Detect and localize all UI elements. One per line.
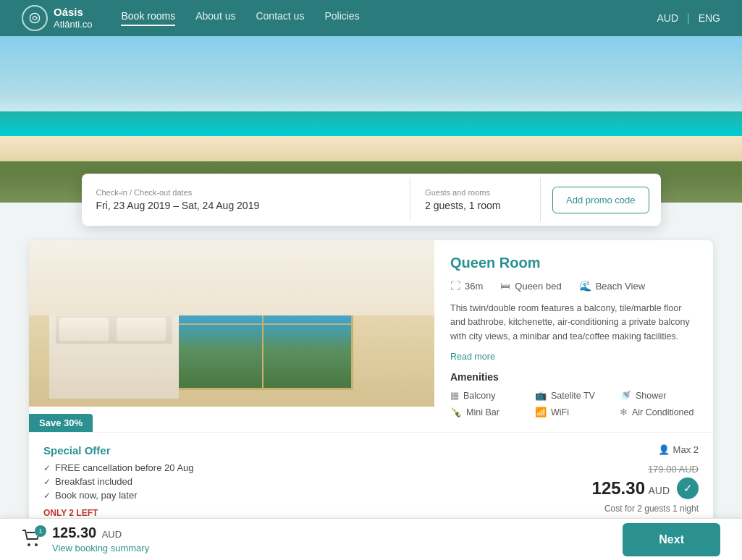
amenities-section: Amenities ▦ Balcony 📺 Satelite TV 🚿 Sh [450,371,697,417]
checkin-field[interactable]: Check-in / Check-out dates Fri, 23 Aug 2… [82,178,411,221]
room-image [29,240,434,407]
currency-selector[interactable]: AUD [657,12,678,24]
shower-icon: 🚿 [620,390,631,401]
offer-right: 👤 Max 2 179.00 AUD 125.30 AUD ✓ Cost for… [592,444,699,514]
view-summary-link[interactable]: View booking summary [52,543,149,553]
price-note: Cost for 2 guests 1 night [604,504,699,514]
nav-policies[interactable]: Policies [324,10,359,26]
promo-button[interactable]: Add promo code [552,187,649,213]
nav-right: AUD | ENG [657,12,720,24]
content-area: Save 30% Queen Room ⛶ 36m 🛏 Queen bed 🌊 [0,226,742,560]
language-selector[interactable]: ENG [699,12,720,24]
price-row: 125.30 AUD ✓ [592,478,699,499]
room-description: This twin/double room features a balcony… [450,302,697,344]
bottom-price: 125.30 [52,525,96,540]
navbar: Oásis Atlânti.co Book rooms About us Con… [0,0,742,36]
amenity-shower: 🚿 Shower [620,390,697,401]
room-card: Save 30% Queen Room ⛶ 36m 🛏 Queen bed 🌊 [29,240,713,547]
offer-perks: ✓ FREE cancellation before 20 Aug ✓ Brea… [43,462,592,501]
room-image-wrap: Save 30% [29,240,434,432]
room-bed [49,307,179,399]
ac-icon: ❄ [620,407,628,417]
nav-links: Book rooms About us Contact us Policies [121,10,657,26]
amenities-grid: ▦ Balcony 📺 Satelite TV 🚿 Shower 🍾 [450,390,697,417]
checkin-label: Check-in / Check-out dates [96,188,396,197]
perk-pay-later: ✓ Book now, pay later [43,490,592,501]
room-features: ⛶ 36m 🛏 Queen bed 🌊 Beach View [450,280,697,292]
tv-icon: 📺 [535,390,547,401]
search-bar: Check-in / Check-out dates Fri, 23 Aug 2… [82,174,661,226]
save-badge: Save 30% [29,414,93,432]
wifi-icon: 📶 [535,407,547,417]
balcony-icon: ▦ [450,390,459,401]
nav-book-rooms[interactable]: Book rooms [121,10,175,26]
amenities-title: Amenities [450,371,697,383]
max-guests: 👤 Max 2 [658,444,699,455]
amenity-balcony: ▦ Balcony [450,390,528,401]
room-bed-type: 🛏 Queen bed [500,280,561,292]
room-pillow-right [117,318,166,341]
bottom-left: 1 125.30 AUD View booking summary [22,525,149,554]
svg-point-2 [35,543,38,546]
bottom-bar: 1 125.30 AUD View booking summary Next [0,518,742,560]
guests-label: Guests and rooms [425,188,526,197]
cart-icon-wrap[interactable]: 1 [22,530,42,550]
check-icon-3: ✓ [43,491,51,501]
amenity-minibar: 🍾 Mini Bar [450,407,528,417]
nav-contact-us[interactable]: Contact us [256,10,304,26]
perk-cancellation: ✓ FREE cancellation before 20 Aug [43,462,592,473]
minibar-icon: 🍾 [450,407,462,417]
search-bar-wrapper: Check-in / Check-out dates Fri, 23 Aug 2… [0,174,742,226]
view-icon: 🌊 [579,280,591,292]
guests-value: 2 guests, 1 room [425,200,526,211]
guests-field[interactable]: Guests and rooms 2 guests, 1 room [410,178,541,221]
check-icon-1: ✓ [43,463,51,473]
select-check-button[interactable]: ✓ [677,478,699,499]
price-currency: AUD [648,485,670,496]
svg-point-0 [30,13,39,22]
room-view: 🌊 Beach View [579,280,645,292]
checkin-value: Fri, 23 Aug 2019 – Sat, 24 Aug 2019 [96,200,396,211]
svg-point-1 [28,543,30,546]
bed-icon: 🛏 [500,280,510,292]
only-left-badge: ONLY 2 LEFT [43,508,592,518]
offer-title: Special Offer [43,444,592,457]
cart-badge: 1 [35,525,46,537]
nav-logo[interactable]: Oásis Atlânti.co [22,5,92,31]
price-main: 125.30 [592,478,645,498]
perk-breakfast: ✓ Breakfast included [43,476,592,487]
room-card-top: Save 30% Queen Room ⛶ 36m 🛏 Queen bed 🌊 [29,240,713,432]
room-window-view [171,257,353,390]
nav-about-us[interactable]: About us [195,10,235,26]
amenity-ac: ❄ Air Conditioned [620,407,697,417]
read-more-link[interactable]: Read more [450,352,495,362]
room-size: ⛶ 36m [450,280,483,292]
size-icon: ⛶ [450,280,460,292]
amenity-tv: 📺 Satelite TV [535,390,612,401]
room-info: Queen Room ⛶ 36m 🛏 Queen bed 🌊 Beach Vie… [434,240,713,432]
amenity-wifi: 📶 WiFi [535,407,612,417]
next-button[interactable]: Next [623,523,720,556]
price-original: 179.00 AUD [648,464,699,475]
bottom-currency: AUD [102,529,122,540]
room-pillow-left [59,318,109,341]
room-title: Queen Room [450,255,697,271]
check-icon-2: ✓ [43,477,51,487]
person-icon: 👤 [658,444,670,455]
